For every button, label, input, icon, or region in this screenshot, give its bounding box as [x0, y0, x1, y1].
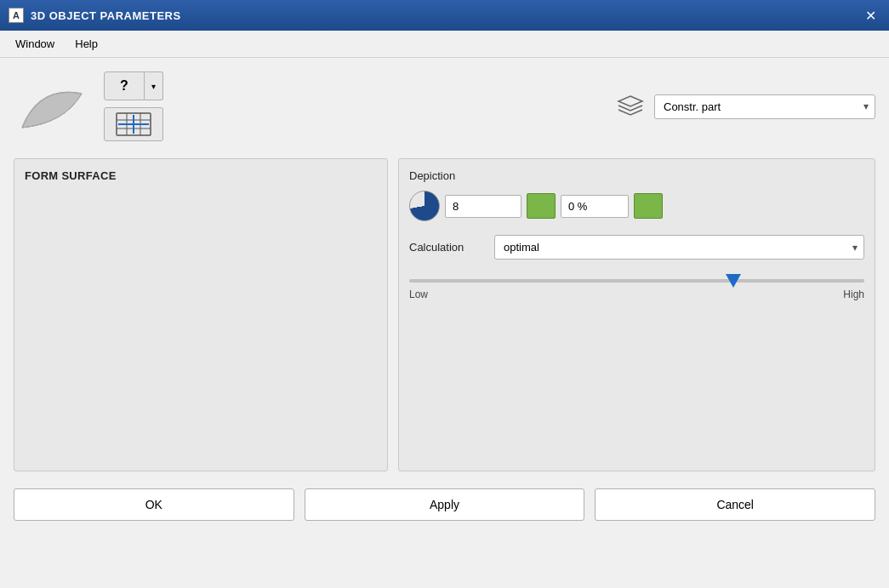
- segments-input[interactable]: [445, 195, 521, 218]
- slider-labels: Low High: [409, 288, 864, 300]
- calculation-row: Calculation optimal fast precise: [409, 235, 864, 260]
- depiction-row: [409, 191, 864, 221]
- bottom-buttons: OK Apply Cancel: [14, 482, 875, 521]
- percent-green-btn[interactable]: [634, 193, 663, 219]
- left-panel: FORM SURFACE: [14, 158, 388, 471]
- ok-button[interactable]: OK: [14, 488, 294, 521]
- svg-marker-7: [618, 96, 642, 106]
- segments-green-btn[interactable]: [527, 193, 556, 219]
- menu-item-window[interactable]: Window: [7, 34, 63, 54]
- calculation-dropdown[interactable]: optimal fast precise: [494, 235, 864, 260]
- depiction-section: Depiction: [409, 169, 864, 221]
- layer-dropdown-wrapper: Constr. part: [654, 94, 875, 119]
- calculation-label: Calculation: [409, 241, 486, 254]
- app-icon: A: [9, 8, 24, 23]
- slider-min-label: Low: [409, 288, 428, 300]
- main-panels: FORM SURFACE Depiction: [14, 158, 875, 471]
- menu-item-help[interactable]: Help: [66, 34, 106, 54]
- menu-bar: Window Help: [0, 31, 889, 58]
- object-type-dropdown-btn[interactable]: ▾: [145, 71, 163, 100]
- layer-dropdown[interactable]: Constr. part: [654, 94, 875, 119]
- dialog-body: ? ▾: [0, 58, 889, 534]
- close-button[interactable]: ✕: [860, 5, 880, 26]
- cancel-button[interactable]: Cancel: [595, 488, 875, 521]
- layers-icon: [615, 91, 646, 122]
- pie-chart-icon: [409, 191, 440, 221]
- shape-preview: [14, 77, 90, 136]
- slider-max-label: High: [843, 288, 864, 300]
- title-bar: A 3D OBJECT PARAMETERS ✕: [0, 0, 889, 31]
- quality-slider-container: Low High: [409, 268, 864, 304]
- right-panel: Depiction Calculation: [398, 158, 875, 471]
- layer-select-group: Constr. part: [615, 91, 875, 122]
- grid-icon: [115, 111, 152, 137]
- title-bar-left: A 3D OBJECT PARAMETERS: [9, 8, 181, 23]
- grid-align-btn[interactable]: [104, 107, 163, 141]
- left-panel-title: FORM SURFACE: [25, 169, 377, 182]
- object-type-btn[interactable]: ?: [104, 71, 145, 100]
- calculation-section: Calculation optimal fast precise Low: [409, 235, 864, 304]
- apply-button[interactable]: Apply: [305, 488, 585, 521]
- shape-svg: [14, 77, 90, 136]
- top-row: ? ▾: [14, 71, 875, 148]
- object-type-selector: ? ▾: [104, 71, 163, 100]
- depiction-title: Depiction: [409, 169, 864, 182]
- calculation-select-wrapper: optimal fast precise: [494, 235, 864, 260]
- dialog-title: 3D OBJECT PARAMETERS: [31, 9, 181, 22]
- percent-input[interactable]: [561, 195, 629, 218]
- quality-slider[interactable]: [409, 279, 864, 283]
- controls-group: ? ▾: [104, 71, 163, 141]
